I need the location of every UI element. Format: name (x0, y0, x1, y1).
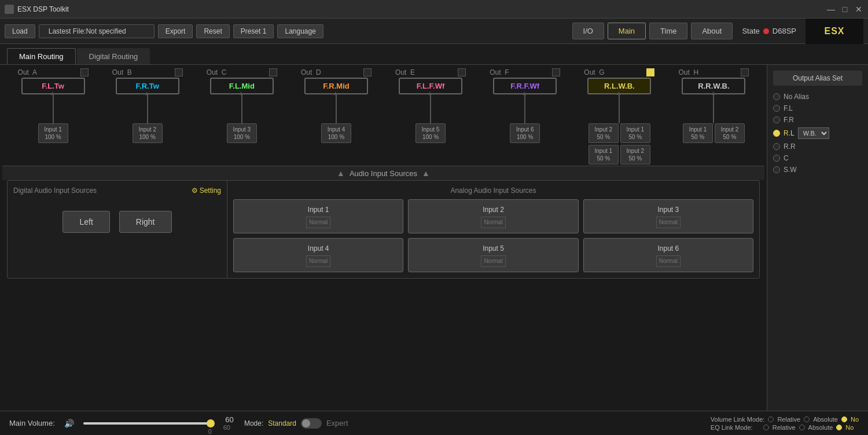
output-channel-f: Out F F.R.F.Wf Input 6100 % (487, 68, 562, 165)
out-b-arrow (147, 94, 148, 123)
right-panel: Output Alias Set No Alias F.L F.R R.L W.… (767, 65, 868, 435)
c-radio[interactable] (773, 155, 780, 162)
fl-radio[interactable] (773, 105, 780, 112)
out-f-label: Out F (490, 68, 509, 76)
preset1-button[interactable]: Preset 1 (233, 24, 274, 38)
out-h-label: Out H (678, 68, 698, 76)
out-h-input-top1[interactable]: Input 150 % (683, 123, 713, 143)
alias-no-alias: No Alias (773, 93, 862, 101)
analog-input-1-sub: Normal (306, 217, 330, 228)
language-button[interactable]: Language (277, 24, 323, 38)
no-alias-label: No Alias (784, 93, 809, 101)
alias-rr: R.R (773, 142, 862, 151)
tab-main-routing[interactable]: Main Routing (7, 48, 76, 64)
sw-radio[interactable] (773, 166, 780, 173)
volume-link-label: Volume Link Mode: (711, 416, 765, 423)
wb-dropdown[interactable]: W.B. Mid Tw (798, 127, 829, 139)
out-d-check[interactable] (363, 68, 372, 76)
out-a-check[interactable] (80, 68, 89, 76)
output-channel-e: Out E F.L.F.Wf Input 5100 % (393, 68, 468, 165)
analog-input-6-sub: Normal (656, 255, 681, 267)
link-modes: Volume Link Mode: Relative Absolute No E… (711, 416, 767, 431)
out-d-arrow (336, 94, 337, 123)
out-e-input[interactable]: Input 5100 % (415, 123, 446, 143)
time-nav-button[interactable]: Time (649, 23, 687, 39)
rr-radio[interactable] (773, 143, 780, 150)
rl-label: R.L (784, 129, 795, 137)
maximize-button[interactable]: □ (840, 5, 849, 14)
export-button[interactable]: Export (158, 24, 193, 38)
file-label: Lastest File:Not specified (39, 24, 155, 38)
rl-radio[interactable] (773, 130, 780, 137)
up-arrow-right: ▲ (422, 169, 430, 178)
out-g-check[interactable] (646, 68, 654, 76)
eq-relative-radio[interactable] (763, 425, 767, 430)
analog-grid: Input 1 Normal Input 2 Normal Input 3 No… (233, 199, 753, 272)
analog-input-5[interactable]: Input 5 Normal (408, 238, 578, 272)
out-e-arrow (430, 94, 431, 123)
output-channel-a: Out A F.L.Tw Input 1100 % (16, 68, 91, 165)
app-title: ESX DSP Toolkit (17, 5, 826, 13)
reset-button[interactable]: Reset (196, 24, 229, 38)
out-a-input[interactable]: Input 1100 % (38, 123, 68, 143)
toolbar: Load Lastest File:Not specified Export R… (0, 19, 868, 44)
output-channel-c: Out C F.L.Mid Input 3100 % (204, 68, 279, 165)
out-g-label: Out G (584, 68, 604, 76)
out-c-input[interactable]: Input 3100 % (227, 123, 257, 143)
out-g-input-bot2[interactable]: Input 250 % (620, 145, 650, 165)
out-g-arrow (619, 94, 620, 123)
output-channel-g: Out G R.L.W.B. Input 250 % Input 150 % I… (582, 68, 657, 165)
tab-digital-routing[interactable]: Digital Routing (77, 48, 150, 64)
analog-input-6[interactable]: Input 6 Normal (583, 238, 753, 272)
app-icon (5, 5, 14, 14)
standard-label: Standard (268, 419, 296, 427)
out-f-input[interactable]: Input 6100 % (510, 123, 540, 143)
out-h-check[interactable] (741, 68, 749, 76)
output-channel-h: Out H R.R.W.B. Input 150 % Input 250 % (676, 68, 751, 165)
minimize-button[interactable]: — (826, 5, 836, 14)
digital-buttons: Left Right (13, 211, 221, 233)
out-d-input[interactable]: Input 4100 % (321, 123, 351, 143)
analog-input-5-sub: Normal (481, 255, 505, 267)
out-h-arrow (713, 94, 714, 123)
esx-logo: ESX (806, 19, 863, 44)
fl-label: F.L (784, 104, 793, 112)
out-h-input-top2[interactable]: Input 250 % (715, 123, 745, 143)
out-e-check[interactable] (458, 68, 466, 76)
analog-header-label: Analog Audio Input Sources (233, 187, 753, 195)
volume-slider[interactable] (83, 422, 211, 425)
analog-input-3[interactable]: Input 3 Normal (583, 199, 753, 233)
io-nav-button[interactable]: I/O (572, 23, 604, 39)
device-label: D68SP (773, 27, 796, 35)
alias-fr: F.R (773, 116, 862, 124)
mode-area: Mode: Standard Expert (244, 418, 348, 429)
tabs: Main Routing Digital Routing (0, 44, 868, 65)
out-g-input-top1[interactable]: Input 250 % (589, 123, 619, 143)
out-g-input-bot1[interactable]: Input 150 % (589, 145, 619, 165)
main-nav-button[interactable]: Main (608, 23, 646, 39)
main-content: Out A F.L.Tw Input 1100 % Out B F.R.Tw (0, 65, 868, 435)
out-c-arrow (241, 94, 242, 123)
slider-thumb[interactable] (207, 419, 215, 427)
no-alias-radio[interactable] (773, 93, 780, 100)
volume-icon: 🔊 (64, 419, 74, 428)
about-nav-button[interactable]: About (691, 23, 733, 39)
left-button[interactable]: Left (62, 211, 109, 233)
close-button[interactable]: ✕ (854, 5, 863, 14)
analog-input-4[interactable]: Input 4 Normal (233, 238, 403, 272)
setting-button[interactable]: ⚙ Setting (192, 187, 221, 195)
panel-title: Output Alias Set (773, 71, 862, 86)
fr-radio[interactable] (773, 116, 780, 123)
load-button[interactable]: Load (5, 24, 35, 38)
out-b-check[interactable] (175, 68, 183, 76)
out-b-input[interactable]: Input 2100 % (133, 123, 163, 143)
out-g-input-top2[interactable]: Input 150 % (620, 123, 650, 143)
analog-input-2[interactable]: Input 2 Normal (408, 199, 578, 233)
output-channel-b: Out B F.R.Tw Input 2100 % (110, 68, 185, 165)
mode-toggle[interactable] (301, 418, 322, 429)
analog-input-1[interactable]: Input 1 Normal (233, 199, 403, 233)
right-button[interactable]: Right (119, 211, 172, 233)
out-c-check[interactable] (269, 68, 277, 76)
digital-header-label: Digital Audio Input Sources (13, 187, 97, 195)
out-f-check[interactable] (552, 68, 560, 76)
